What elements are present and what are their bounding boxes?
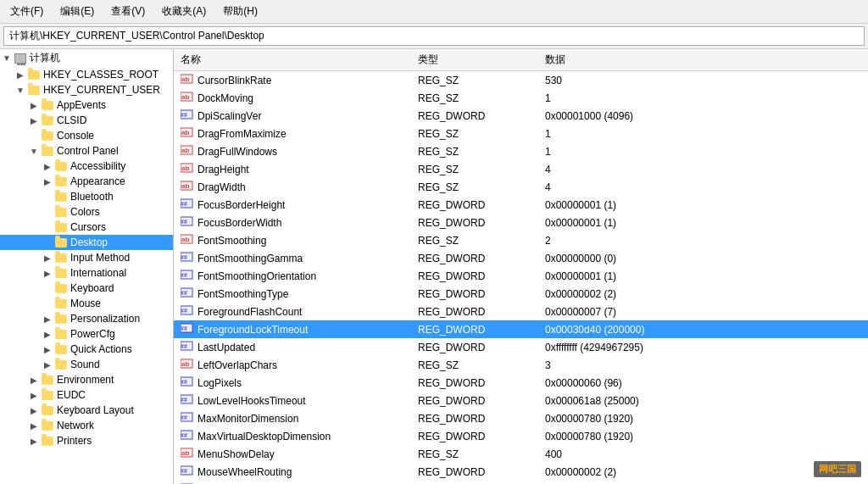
table-row[interactable]: ##MaxVirtualDesktopDimensionREG_DWORD0x0…: [174, 427, 868, 445]
table-header: 名称 类型 数据: [174, 49, 868, 71]
table-row[interactable]: abFontSmoothingREG_SZ2: [174, 231, 868, 249]
table-row[interactable]: ##PaintDesktopVersionREG_DWORD0x00000000…: [174, 481, 868, 484]
tree-item-cursors[interactable]: Cursors: [0, 220, 173, 235]
tree-item-colors[interactable]: Colors: [0, 204, 173, 220]
cell-data: 0x00030d40 (200000): [538, 323, 868, 337]
table-row[interactable]: abDragWidthREG_SZ4: [174, 178, 868, 196]
tree-item-input_method[interactable]: ▶Input Method: [0, 250, 173, 265]
cell-data: 4: [538, 163, 868, 176]
tree-item-printers[interactable]: ▶Printers: [0, 433, 173, 448]
tree-item-powercfg[interactable]: ▶PowerCfg: [0, 326, 173, 342]
cell-name: abMenuShowDelay: [174, 446, 411, 462]
table-row[interactable]: abMenuShowDelayREG_SZ400: [174, 445, 868, 463]
tree-arrow-environment[interactable]: ▶: [27, 376, 41, 385]
tree-item-quick_actions[interactable]: ▶Quick Actions: [0, 342, 173, 357]
tree-item-environment[interactable]: ▶Environment: [0, 372, 173, 387]
tree-item-personalization[interactable]: ▶Personalization: [0, 311, 173, 326]
table-row[interactable]: abDragFromMaximizeREG_SZ1: [174, 125, 868, 142]
reg-dword-icon: ##: [181, 287, 194, 301]
table-row[interactable]: abDragFullWindowsREG_SZ1: [174, 142, 868, 160]
tree-item-desktop[interactable]: Desktop: [0, 235, 173, 250]
tree-arrow-input_method[interactable]: ▶: [41, 253, 54, 263]
table-row[interactable]: abCursorBlinkRateREG_SZ530: [174, 71, 868, 89]
tree-arrow-computer[interactable]: ▼: [0, 53, 14, 63]
cell-type: REG_DWORD: [411, 376, 538, 390]
table-row[interactable]: ##ForegroundLockTimeoutREG_DWORD0x00030d…: [174, 320, 868, 338]
tree-item-clsid[interactable]: ▶CLSID: [0, 113, 173, 128]
table-row[interactable]: ##DpiScalingVerREG_DWORD0x00001000 (4096…: [174, 107, 868, 125]
tree-arrow-personalization[interactable]: ▶: [41, 314, 54, 324]
cell-name: abDragWidth: [174, 179, 411, 195]
svg-text:##: ##: [181, 468, 187, 474]
folder-icon: [41, 130, 54, 142]
folder-icon: [54, 282, 68, 294]
tree-item-hkey_classes_root[interactable]: ▶HKEY_CLASSES_ROOT: [0, 67, 173, 82]
col-header-type: 类型: [411, 53, 538, 67]
svg-text:##: ##: [181, 308, 187, 314]
reg-value-name: LowLevelHooksTimeout: [198, 395, 306, 407]
table-row[interactable]: abDragHeightREG_SZ4: [174, 160, 868, 178]
tree-item-network[interactable]: ▶Network: [0, 418, 173, 433]
table-row[interactable]: abLeftOverlapCharsREG_SZ3: [174, 356, 868, 374]
tree-arrow-international[interactable]: ▶: [41, 269, 54, 278]
tree-item-keyboard_layout[interactable]: ▶Keyboard Layout: [0, 403, 173, 418]
tree-arrow-appevents[interactable]: ▶: [27, 101, 41, 110]
svg-text:ab: ab: [181, 236, 189, 243]
tree-arrow-powercfg[interactable]: ▶: [41, 330, 54, 339]
reg-value-name: FocusBorderHeight: [198, 199, 285, 211]
tree-label-network: Network: [57, 420, 94, 431]
table-row[interactable]: ##MouseWheelRoutingREG_DWORD0x00000002 (…: [174, 463, 868, 481]
table-row[interactable]: ##MaxMonitorDimensionREG_DWORD0x00000780…: [174, 409, 868, 427]
tree-item-bluetooth[interactable]: Bluetooth: [0, 189, 173, 204]
table-row[interactable]: abDockMovingREG_SZ1: [174, 89, 868, 107]
tree-arrow-control_panel[interactable]: ▼: [27, 147, 41, 156]
table-row[interactable]: ##FontSmoothingGammaREG_DWORD0x00000000 …: [174, 249, 868, 267]
table-row[interactable]: ##FontSmoothingTypeREG_DWORD0x00000002 (…: [174, 285, 868, 303]
menu-help[interactable]: 帮助(H): [220, 3, 261, 20]
tree-arrow-sound[interactable]: ▶: [41, 360, 54, 370]
tree-item-appevents[interactable]: ▶AppEvents: [0, 97, 173, 113]
table-row[interactable]: ##LowLevelHooksTimeoutREG_DWORD0x000061a…: [174, 392, 868, 409]
table-row[interactable]: ##FontSmoothingOrientationREG_DWORD0x000…: [174, 267, 868, 285]
tree-item-sound[interactable]: ▶Sound: [0, 357, 173, 372]
tree-item-computer[interactable]: ▼计算机: [0, 49, 173, 67]
table-row[interactable]: ##LogPixelsREG_DWORD0x00000060 (96): [174, 374, 868, 392]
table-row[interactable]: ##FocusBorderHeightREG_DWORD0x00000001 (…: [174, 196, 868, 214]
tree-arrow-hkey_classes_root[interactable]: ▶: [14, 70, 27, 80]
tree-item-international[interactable]: ▶International: [0, 265, 173, 281]
tree-item-console[interactable]: Console: [0, 128, 173, 143]
table-body[interactable]: abCursorBlinkRateREG_SZ530abDockMovingRE…: [174, 71, 868, 484]
menu-file[interactable]: 文件(F): [7, 3, 47, 20]
tree-arrow-clsid[interactable]: ▶: [27, 116, 41, 125]
tree-arrow-eudc[interactable]: ▶: [27, 391, 41, 400]
menu-view[interactable]: 查看(V): [108, 3, 148, 20]
tree-arrow-keyboard_layout[interactable]: ▶: [27, 406, 41, 415]
svg-text:ab: ab: [181, 93, 189, 101]
tree-item-mouse[interactable]: Mouse: [0, 296, 173, 311]
tree-label-desktop: Desktop: [70, 236, 108, 248]
tree-item-control_panel[interactable]: ▼Control Panel: [0, 143, 173, 159]
cell-data: 0x00000001 (1): [538, 270, 868, 283]
menu-favorites[interactable]: 收藏夹(A): [159, 3, 209, 20]
cell-data: 0xffffffff (4294967295): [538, 341, 868, 354]
tree-arrow-printers[interactable]: ▶: [27, 437, 41, 446]
tree-item-accessibility[interactable]: ▶Accessibility: [0, 159, 173, 174]
cell-data: 0x00000007 (7): [538, 305, 868, 319]
tree-arrow-network[interactable]: ▶: [27, 421, 41, 431]
tree-item-appearance[interactable]: ▶Appearance: [0, 174, 173, 189]
table-row[interactable]: ##FocusBorderWidthREG_DWORD0x00000001 (1…: [174, 214, 868, 231]
tree-arrow-hkey_current_user[interactable]: ▼: [14, 86, 27, 95]
tree-arrow-accessibility[interactable]: ▶: [41, 162, 54, 171]
tree-item-keyboard[interactable]: Keyboard: [0, 281, 173, 296]
cell-data: 530: [538, 74, 868, 87]
tree-panel[interactable]: ▼计算机▶HKEY_CLASSES_ROOT▼HKEY_CURRENT_USER…: [0, 49, 174, 484]
col-header-data: 数据: [538, 53, 868, 67]
menu-edit[interactable]: 编辑(E): [57, 3, 97, 20]
tree-item-eudc[interactable]: ▶EUDC: [0, 387, 173, 403]
tree-item-hkey_current_user[interactable]: ▼HKEY_CURRENT_USER: [0, 82, 173, 97]
table-row[interactable]: ##ForegroundFlashCountREG_DWORD0x0000000…: [174, 303, 868, 320]
cell-name: abCursorBlinkRate: [174, 72, 411, 88]
table-row[interactable]: ##LastUpdatedREG_DWORD0xffffffff (429496…: [174, 338, 868, 356]
tree-arrow-appearance[interactable]: ▶: [41, 177, 54, 186]
tree-arrow-quick_actions[interactable]: ▶: [41, 345, 54, 354]
